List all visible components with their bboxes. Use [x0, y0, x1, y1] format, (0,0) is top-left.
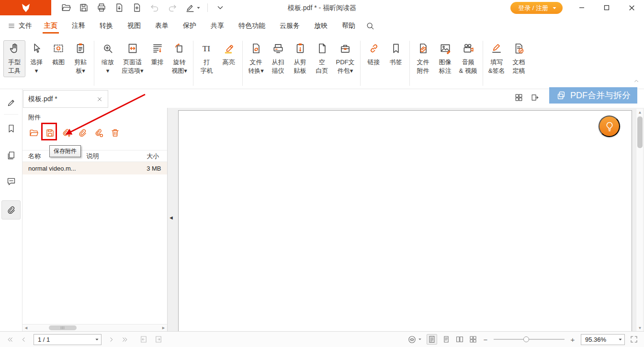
single-page-button[interactable]	[442, 335, 451, 344]
pdf-merge-split-button[interactable]: PDF合并与拆分	[549, 87, 637, 104]
save-attachment-button[interactable]	[45, 127, 55, 139]
new-document-button[interactable]	[130, 1, 144, 14]
search-button[interactable]	[365, 21, 375, 31]
ribbon-blank-page[interactable]: 空 白页	[311, 40, 333, 77]
facing-pages-button[interactable]	[455, 335, 464, 344]
scroll-left-button[interactable]: ◄	[23, 324, 30, 331]
maximize-button[interactable]	[594, 0, 619, 15]
ribbon-from-clipboard[interactable]: 从剪 贴板	[289, 40, 311, 77]
last-page-button[interactable]	[121, 336, 128, 343]
redo-button[interactable]	[165, 1, 180, 14]
undo-button[interactable]	[147, 1, 162, 14]
ribbon-file-attachment[interactable]: 文件 附件	[412, 40, 434, 77]
fullscreen-button[interactable]	[630, 335, 638, 344]
zoom-slider-thumb[interactable]	[523, 336, 529, 342]
rail-pages-button[interactable]	[1, 146, 21, 165]
thumbnail-view-button[interactable]	[469, 335, 477, 344]
zoom-slider[interactable]	[494, 335, 565, 343]
ribbon-fill-sign[interactable]: 填写 &签名	[486, 40, 508, 77]
rail-comments-button[interactable]	[1, 172, 21, 191]
open-button[interactable]	[59, 1, 73, 14]
login-register-button[interactable]: 登录 / 注册	[510, 2, 563, 14]
add-attachment-button[interactable]	[61, 127, 71, 139]
ribbon-select[interactable]: 选择 ▾	[25, 40, 47, 77]
menu-tab-comment[interactable]: 注释	[65, 15, 92, 36]
panel-collapse-handle[interactable]: ◄	[169, 213, 173, 222]
minimize-button[interactable]	[569, 0, 594, 15]
zoom-out-button[interactable]: −	[482, 335, 489, 344]
ribbon-page-fit[interactable]: 页面适 应选项▾	[119, 40, 147, 77]
document-tab[interactable]: 模板.pdf *	[23, 90, 108, 108]
first-page-button[interactable]	[7, 336, 14, 343]
rail-bookmarks-button[interactable]	[1, 119, 21, 138]
ribbon-from-scanner[interactable]: 从扫 描仪	[267, 40, 289, 77]
file-menu-button[interactable]: 文件	[8, 22, 32, 30]
chevron-down-icon	[552, 6, 557, 11]
attachment-row[interactable]: normal video.m... 3 MB	[23, 162, 167, 174]
ribbon-reflow[interactable]: 重排	[147, 40, 169, 69]
ribbon-hand-tool[interactable]: 手型 工具	[3, 40, 25, 77]
hscroll-thumb[interactable]	[49, 325, 77, 330]
read-mode-button[interactable]	[427, 334, 437, 345]
ribbon-clipboard[interactable]: 剪贴 板▾	[69, 40, 91, 77]
attachment-button[interactable]	[77, 127, 88, 139]
zoom-level-select[interactable]: 95.36%	[581, 334, 625, 345]
toolbar-collapse-button[interactable]	[213, 1, 227, 14]
assistant-lightbulb-button[interactable]	[599, 116, 620, 137]
previous-view-button[interactable]	[139, 335, 148, 344]
sign-dropdown-button[interactable]	[183, 1, 202, 14]
vscroll-thumb[interactable]	[637, 116, 643, 148]
ribbon-bookmark[interactable]: 书签	[385, 40, 407, 69]
menu-tab-protect[interactable]: 保护	[176, 15, 203, 36]
new-from-file-button[interactable]	[112, 1, 126, 14]
menu-tab-form[interactable]: 表单	[148, 15, 176, 36]
ribbon-collapse-button[interactable]	[633, 77, 640, 85]
previous-page-button[interactable]	[20, 336, 27, 343]
menu-tab-home[interactable]: 主页	[37, 15, 65, 36]
fullscreen-icon	[630, 335, 638, 344]
save-button[interactable]	[77, 1, 91, 14]
ribbon-file-convert[interactable]: 文件 转换▾	[245, 40, 267, 77]
ribbon-zoom[interactable]: 缩放 ▾	[97, 40, 119, 77]
column-header-size[interactable]: 大小	[141, 152, 167, 161]
menu-tab-features[interactable]: 特色功能	[231, 15, 272, 36]
next-view-button[interactable]	[154, 335, 163, 344]
print-button[interactable]	[94, 1, 109, 14]
page-number-select[interactable]: 1 / 1	[34, 334, 102, 345]
scroll-right-button[interactable]: ►	[160, 324, 167, 331]
menu-tab-cloud[interactable]: 云服务	[272, 15, 307, 36]
rail-attachments-button[interactable]	[1, 200, 21, 220]
ribbon-typewriter[interactable]: TI 打 字机	[196, 40, 218, 77]
next-page-button[interactable]	[108, 336, 115, 343]
menu-tab-share[interactable]: 共享	[203, 15, 231, 36]
zoom-in-button[interactable]: +	[569, 335, 576, 344]
foxit-logo[interactable]	[0, 0, 51, 15]
ribbon-link[interactable]: 链接	[363, 40, 385, 69]
close-tab-icon[interactable]	[96, 96, 103, 103]
menu-tab-help[interactable]: 帮助	[335, 15, 362, 36]
document-page[interactable]	[178, 110, 632, 332]
scroll-up-button[interactable]: ▲	[636, 109, 644, 116]
column-header-description[interactable]: 说明	[81, 152, 141, 161]
tab-switch-button[interactable]	[531, 93, 540, 102]
close-button[interactable]	[619, 0, 644, 15]
ribbon-image-annotation[interactable]: 图像 标注	[434, 40, 456, 77]
rail-quick-edit-button[interactable]	[1, 93, 21, 112]
ribbon-audio-video[interactable]: 音频 & 视频	[456, 40, 480, 77]
menu-tab-present[interactable]: 放映	[307, 15, 335, 36]
vertical-scrollbar[interactable]: ▲ ▼	[636, 109, 643, 331]
ribbon-highlight[interactable]: 高亮	[218, 40, 240, 69]
menu-tab-convert[interactable]: 转换	[92, 15, 120, 36]
menu-tab-view[interactable]: 视图	[120, 15, 148, 36]
eye-protection-dropdown[interactable]	[407, 335, 422, 344]
ribbon-snapshot[interactable]: 截图	[47, 40, 69, 69]
ribbon-rotate-view[interactable]: 旋转 视图▾	[169, 40, 191, 77]
open-attachment-button[interactable]	[28, 127, 39, 139]
tab-grid-button[interactable]	[514, 93, 523, 102]
ribbon-pdf-portfolio[interactable]: PDF文 件包▾	[333, 40, 358, 77]
ribbon-doc-finalize[interactable]: 文档 定稿	[508, 40, 530, 77]
hscroll-track[interactable]	[30, 324, 160, 331]
scroll-down-button[interactable]: ▼	[636, 324, 644, 331]
delete-attachment-button[interactable]	[110, 127, 120, 139]
attachment-settings-button[interactable]	[93, 127, 104, 139]
